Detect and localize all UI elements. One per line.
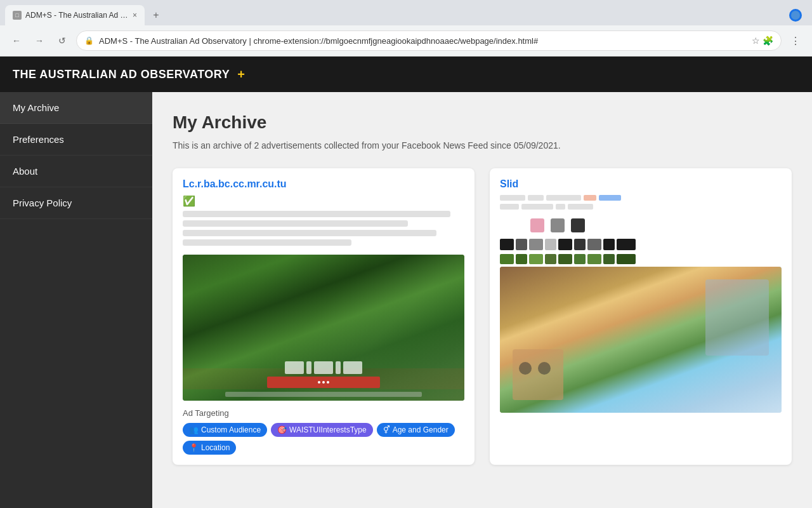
new-tab-button[interactable]: + bbox=[147, 6, 165, 24]
browser-chrome: □ ADM+S - The Australian Ad Ob... × + ← … bbox=[0, 0, 812, 57]
profile-avatar[interactable] bbox=[789, 9, 802, 22]
sidebar-item-about[interactable]: About bbox=[0, 156, 152, 187]
sidebar: My Archive Preferences About Privacy Pol… bbox=[0, 92, 152, 508]
address-actions: ☆ 🧩 bbox=[752, 36, 773, 46]
active-tab[interactable]: □ ADM+S - The Australian Ad Ob... × bbox=[5, 5, 145, 25]
tab-close-button[interactable]: × bbox=[133, 11, 137, 20]
ad1-tag-custom-audience[interactable]: 👥 Custom Audience bbox=[183, 423, 267, 437]
browser-menu-button[interactable]: ⋮ bbox=[787, 32, 804, 50]
back-button[interactable]: ← bbox=[8, 32, 25, 50]
page-title: My Archive bbox=[173, 112, 792, 133]
header-plus-icon[interactable]: + bbox=[237, 67, 245, 82]
refresh-button[interactable]: ↺ bbox=[53, 32, 71, 50]
app-title: THE AUSTRALIAN AD OBSERVATORY bbox=[13, 68, 230, 81]
address-bar[interactable]: 🔒 ADM+S - The Australian Ad Observatory … bbox=[76, 30, 782, 51]
app-body: My Archive Preferences About Privacy Pol… bbox=[0, 92, 812, 508]
ad-card-1: Lc.r.ba.bc.cc.mr.cu.tu ✅ bbox=[173, 168, 475, 465]
ad1-tag-interests[interactable]: 🎯 WAISTUIInterestsType bbox=[271, 423, 373, 437]
interests-icon: 🎯 bbox=[277, 425, 287, 434]
bookmark-icon[interactable]: ☆ bbox=[752, 36, 760, 46]
profile-avatar-inner bbox=[791, 11, 800, 20]
url-text: ADM+S - The Australian Ad Observatory | … bbox=[99, 36, 747, 46]
ad1-tag-age-gender[interactable]: ⚥ Age and Gender bbox=[377, 423, 455, 437]
ad1-tag-location[interactable]: 📍 Location bbox=[183, 441, 236, 455]
tab-favicon: □ bbox=[13, 11, 22, 20]
ad1-verified-icon: ✅ bbox=[183, 195, 464, 207]
sidebar-item-my-archive[interactable]: My Archive bbox=[0, 92, 152, 124]
tab-title: ADM+S - The Australian Ad Ob... bbox=[25, 11, 129, 20]
page-subtitle: This is an archive of 2 advertisements c… bbox=[173, 140, 792, 150]
ad2-color-blocks bbox=[530, 218, 782, 232]
ad-card-2: Slid bbox=[490, 168, 792, 465]
extensions-icon[interactable]: 🧩 bbox=[763, 36, 773, 46]
tab-bar: □ ADM+S - The Australian Ad Ob... × + bbox=[0, 0, 812, 25]
forward-button[interactable]: → bbox=[30, 32, 48, 50]
ad2-advertiser[interactable]: Slid bbox=[500, 178, 782, 190]
audience-icon: 👥 bbox=[189, 425, 199, 434]
sidebar-item-preferences[interactable]: Preferences bbox=[0, 124, 152, 156]
location-icon: 📍 bbox=[189, 443, 199, 452]
ad2-image bbox=[500, 267, 782, 413]
app-header: THE AUSTRALIAN AD OBSERVATORY + bbox=[0, 57, 812, 92]
address-bar-row: ← → ↺ 🔒 ADM+S - The Australian Ad Observ… bbox=[0, 25, 812, 56]
ad1-image-red-bar bbox=[267, 377, 380, 388]
ad1-image bbox=[183, 255, 464, 401]
ads-grid: Lc.r.ba.bc.cc.mr.cu.tu ✅ bbox=[173, 168, 792, 465]
ad1-targeting-label: Ad Targeting bbox=[183, 408, 464, 418]
security-icon: 🔒 bbox=[84, 36, 94, 45]
ad1-tags: 👥 Custom Audience 🎯 WAISTUIInterestsType… bbox=[183, 423, 464, 455]
ad1-text-content bbox=[183, 211, 464, 246]
ad2-pixel-row1 bbox=[500, 239, 782, 250]
ad2-pixel-row2 bbox=[500, 254, 782, 264]
ad2-text-row1 bbox=[500, 195, 782, 210]
age-gender-icon: ⚥ bbox=[383, 425, 390, 434]
ad1-advertiser[interactable]: Lc.r.ba.bc.cc.mr.cu.tu bbox=[183, 178, 464, 190]
sidebar-item-privacy-policy[interactable]: Privacy Policy bbox=[0, 187, 152, 219]
main-content: My Archive This is an archive of 2 adver… bbox=[152, 92, 812, 508]
